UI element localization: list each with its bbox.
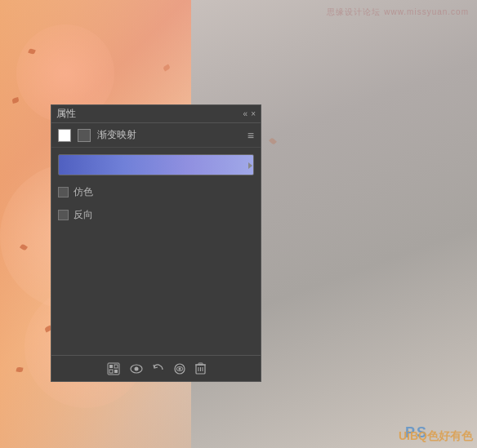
svg-point-6 (134, 366, 138, 370)
svg-rect-3 (109, 370, 113, 373)
layer-gray-icon (78, 129, 91, 142)
mask-icon[interactable] (107, 362, 120, 375)
dither-label: 仿色 (74, 185, 93, 199)
svg-point-9 (178, 367, 181, 370)
gradient-bar-container[interactable] (58, 154, 254, 177)
gradient-dropdown-arrow (248, 162, 252, 169)
gradient-bar[interactable] (58, 154, 254, 175)
visibility-icon[interactable] (130, 363, 143, 375)
panel-toolbar (51, 355, 261, 381)
dither-checkbox-row[interactable]: 仿色 (58, 184, 254, 200)
eye-circle-icon[interactable] (174, 363, 185, 375)
properties-panel: 属性 « × 渐变映射 ≡ 仿色 反向 (51, 104, 261, 382)
layer-white-icon (58, 129, 71, 142)
panel-title-area: 属性 (56, 107, 76, 121)
dither-checkbox[interactable] (58, 187, 69, 197)
panel-title: 属性 (56, 107, 76, 121)
close-button[interactable]: × (251, 110, 256, 118)
panel-controls: « × (243, 110, 256, 118)
reverse-checkbox-row[interactable]: 反向 (58, 206, 254, 223)
undo-icon[interactable] (153, 363, 164, 375)
watermark-top: 思缘设计论坛 www.missyuan.com (327, 7, 469, 18)
svg-rect-2 (114, 365, 118, 368)
svg-rect-1 (109, 365, 113, 368)
panel-header: 渐变映射 ≡ (51, 123, 261, 148)
delete-icon[interactable] (195, 362, 206, 375)
panel-header-title: 渐变映射 (97, 128, 136, 142)
watermark-uibq: UiBQ色好有色 (399, 429, 473, 444)
double-arrow-button[interactable]: « (243, 110, 248, 118)
reverse-checkbox[interactable] (58, 210, 69, 220)
reverse-label: 反向 (74, 208, 93, 222)
panel-content: 仿色 反向 (51, 148, 261, 355)
svg-rect-4 (114, 370, 118, 373)
panel-menu-button[interactable]: ≡ (247, 129, 254, 142)
svg-rect-15 (198, 363, 203, 365)
panel-titlebar: 属性 « × (51, 105, 261, 123)
